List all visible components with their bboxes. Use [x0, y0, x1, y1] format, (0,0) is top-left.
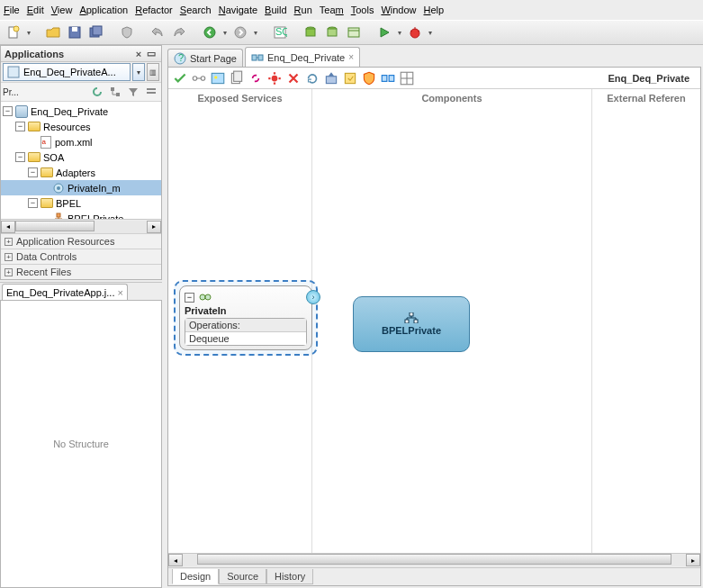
- application-new-button[interactable]: ▥: [147, 63, 159, 81]
- application-selector[interactable]: Enq_Deq_PrivateA...: [3, 63, 131, 81]
- delete-icon[interactable]: [285, 70, 302, 86]
- col-exposed-services: Exposed Services: [168, 89, 312, 107]
- refresh-icon[interactable]: [89, 84, 105, 100]
- operation-dequeue[interactable]: Dequeue: [185, 332, 306, 345]
- close-icon[interactable]: ×: [117, 287, 122, 298]
- application-resources-section[interactable]: +Application Resources: [1, 233, 161, 249]
- sql-icon[interactable]: SQL: [270, 23, 290, 42]
- project-tree[interactable]: − Enq_Deq_Private − Resources pom.xml − …: [1, 102, 161, 219]
- lane-components[interactable]: BPELPrivate: [312, 107, 592, 553]
- svg-point-39: [214, 76, 217, 78]
- open-file-tab[interactable]: Enq_Deq_PrivateApp.j... ×: [2, 284, 128, 300]
- tab-source[interactable]: Source: [219, 569, 266, 584]
- menu-view[interactable]: View: [51, 5, 73, 15]
- recent-files-section[interactable]: +Recent Files: [1, 264, 161, 279]
- gear-icon[interactable]: [266, 70, 283, 86]
- run-dropdown[interactable]: [396, 29, 403, 37]
- deploy-icon[interactable]: [323, 70, 339, 86]
- copy-icon[interactable]: [229, 70, 245, 86]
- application-selector-arrow[interactable]: ▾: [132, 63, 145, 81]
- editor-title: Enq_Deq_Private: [418, 73, 697, 84]
- tab-history[interactable]: History: [266, 569, 313, 584]
- service-name: PrivateIn: [185, 305, 307, 316]
- link-icon[interactable]: [248, 70, 264, 86]
- back-icon[interactable]: [200, 23, 220, 42]
- redo-icon[interactable]: [169, 23, 189, 42]
- menu-build[interactable]: Build: [265, 5, 286, 15]
- tree-adapters[interactable]: − Adapters: [1, 165, 161, 180]
- panel-close-icon[interactable]: ×: [132, 49, 145, 59]
- db1-icon[interactable]: [301, 23, 320, 42]
- new-icon[interactable]: [4, 23, 23, 42]
- service-privatein[interactable]: › − PrivateIn Operations: Dequeue: [179, 285, 312, 350]
- security-icon[interactable]: [361, 70, 377, 86]
- tree-icon[interactable]: [107, 84, 123, 100]
- tree-bpel-file[interactable]: BPELPrivate: [1, 211, 161, 219]
- component-bpelprivate[interactable]: BPELPrivate: [353, 296, 470, 352]
- shield-icon[interactable]: [117, 23, 137, 42]
- svg-rect-14: [348, 28, 359, 37]
- menu-run[interactable]: Run: [294, 5, 312, 15]
- svg-text:SQL: SQL: [275, 26, 287, 37]
- run-icon[interactable]: [374, 23, 394, 42]
- menu-team[interactable]: Team: [320, 5, 344, 15]
- no-structure-label: No Structure: [53, 439, 109, 449]
- menu-application[interactable]: Application: [79, 5, 128, 15]
- forward-dropdown[interactable]: [252, 29, 259, 37]
- tree-resources[interactable]: − Resources: [1, 119, 161, 134]
- back-dropdown[interactable]: [221, 29, 229, 37]
- save-icon[interactable]: [65, 23, 85, 42]
- tab-main[interactable]: Enq_Deq_Private ×: [245, 47, 360, 67]
- tree-soa[interactable]: − SOA: [1, 149, 161, 165]
- composite-canvas[interactable]: › − PrivateIn Operations: Dequeue: [168, 107, 700, 553]
- filter-icon[interactable]: [125, 84, 141, 100]
- debug-icon[interactable]: [405, 23, 425, 42]
- service-collapse-icon[interactable]: −: [185, 293, 194, 303]
- canvas-hscroll[interactable]: ◂ ▸: [168, 553, 700, 567]
- svg-point-16: [410, 29, 419, 38]
- tree-pom[interactable]: pom.xml: [1, 134, 161, 149]
- db3-icon[interactable]: [344, 23, 364, 42]
- lane-external[interactable]: [592, 107, 700, 553]
- panel-minimize-icon[interactable]: ▭: [145, 48, 158, 59]
- menu-window[interactable]: Window: [381, 5, 416, 15]
- applications-panel: Applications × ▭ Enq_Deq_PrivateA... ▾ ▥…: [0, 45, 162, 280]
- tree-privatein[interactable]: PrivateIn_m: [1, 180, 161, 195]
- menu-tools[interactable]: Tools: [351, 5, 374, 15]
- tree-bpel-folder[interactable]: − BPEL: [1, 195, 161, 211]
- menu-edit[interactable]: Edit: [27, 5, 44, 15]
- menu-help[interactable]: Help: [424, 5, 445, 15]
- menu-refactor[interactable]: Refactor: [135, 5, 173, 15]
- options-icon[interactable]: [143, 84, 159, 100]
- menu-search[interactable]: Search: [180, 5, 212, 15]
- main-toolbar: SQL: [0, 20, 703, 45]
- debug-dropdown[interactable]: [427, 29, 434, 37]
- tab-close-icon[interactable]: ×: [348, 52, 354, 62]
- validate-icon[interactable]: [172, 70, 188, 86]
- tab-design[interactable]: Design: [172, 569, 219, 584]
- grid-icon[interactable]: [399, 70, 415, 86]
- data-controls-section[interactable]: +Data Controls: [1, 249, 161, 264]
- undo-icon[interactable]: [148, 23, 167, 42]
- tab-start-page[interactable]: ? Start Page: [167, 49, 243, 67]
- wire-icon[interactable]: [191, 70, 207, 86]
- db2-icon[interactable]: [322, 23, 342, 42]
- new-dropdown[interactable]: [25, 29, 32, 37]
- test-icon[interactable]: [342, 70, 358, 86]
- svg-rect-54: [414, 320, 418, 323]
- svg-rect-46: [389, 75, 394, 81]
- forward-icon[interactable]: [230, 23, 250, 42]
- open-icon[interactable]: [43, 23, 63, 42]
- refresh2-icon[interactable]: [304, 70, 320, 86]
- lane-exposed[interactable]: › − PrivateIn Operations: Dequeue: [168, 107, 312, 553]
- image-icon[interactable]: [210, 70, 226, 86]
- svg-rect-21: [111, 87, 114, 91]
- application-selector-text: Enq_Deq_PrivateA...: [23, 67, 116, 77]
- menu-navigate[interactable]: Navigate: [219, 5, 257, 15]
- menu-file[interactable]: FFileile: [4, 5, 20, 15]
- tree-root[interactable]: − Enq_Deq_Private: [1, 104, 161, 119]
- svg-point-6: [204, 27, 215, 38]
- save-all-icon[interactable]: [86, 23, 106, 42]
- tree-hscroll[interactable]: ◂ ▸: [1, 219, 161, 233]
- binding-icon[interactable]: [380, 70, 396, 86]
